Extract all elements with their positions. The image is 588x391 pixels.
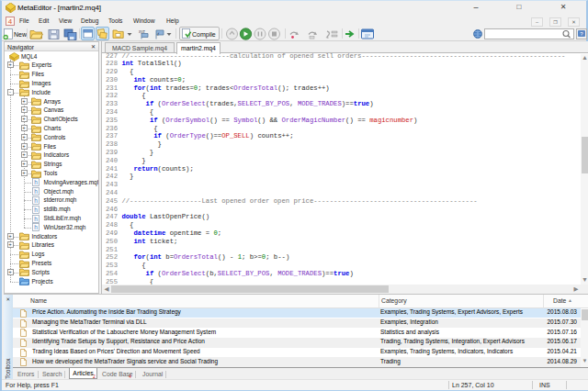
- svg-text:h: h: [34, 207, 38, 213]
- svg-text:h: h: [34, 224, 38, 230]
- svg-text:4: 4: [8, 17, 13, 26]
- svg-text:h: h: [34, 197, 38, 204]
- svg-text:h: h: [34, 188, 38, 195]
- svg-text:h: h: [34, 179, 38, 185]
- svg-text:Compile: Compile: [192, 31, 216, 39]
- svg-text:h: h: [34, 216, 38, 222]
